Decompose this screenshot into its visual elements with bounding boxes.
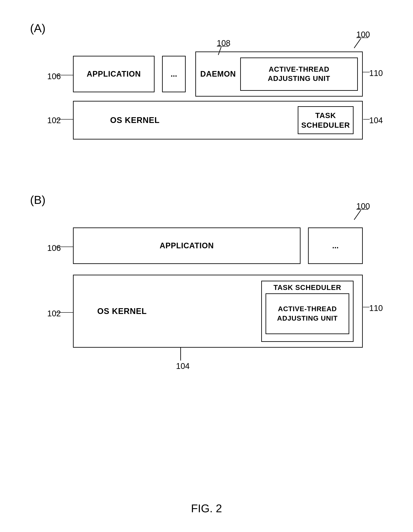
section-label-a: (A) bbox=[30, 21, 46, 35]
task-scheduler-label-b: TASK SCHEDULER bbox=[273, 284, 341, 292]
box-os-kernel-b: OS KERNEL TASK SCHEDULER ACTIVE-THREADAD… bbox=[73, 275, 363, 348]
ref-100-a-underline bbox=[356, 38, 368, 38]
daemon-label: DAEMON bbox=[200, 69, 236, 78]
application-label-b: APPLICATION bbox=[160, 241, 214, 250]
active-thread-label-b: ACTIVE-THREADADJUSTING UNIT bbox=[277, 304, 338, 323]
ref-102-line-b bbox=[56, 312, 73, 313]
box-os-kernel-a: OS KERNEL TASKSCHEDULER bbox=[73, 101, 363, 140]
ref-106-line-b bbox=[56, 247, 73, 247]
ref-110-line-b bbox=[363, 307, 369, 307]
os-kernel-label-a: OS KERNEL bbox=[80, 116, 291, 125]
box-application-b: APPLICATION bbox=[73, 228, 300, 264]
diagram-b: (B) 100 APPLICATION 106 ... OS KERNEL TA… bbox=[30, 193, 396, 382]
box-ellipsis-a: ... bbox=[162, 56, 186, 92]
section-label-b: (B) bbox=[30, 193, 46, 207]
box-application-a: APPLICATION bbox=[73, 56, 154, 92]
ref-110-b: 110 bbox=[369, 304, 383, 313]
ref-104-a: 104 bbox=[369, 116, 383, 125]
box-ellipsis-b: ... bbox=[308, 228, 363, 264]
box-active-thread-b: ACTIVE-THREADADJUSTING UNIT bbox=[266, 293, 349, 334]
diagram-a: (A) 100 108 APPLICATION 106 ... DAEMON bbox=[30, 21, 396, 146]
ref-110-a: 110 bbox=[369, 69, 383, 78]
ref-106-line bbox=[56, 75, 73, 75]
ellipsis-label-a: ... bbox=[171, 69, 177, 78]
task-scheduler-label-a: TASKSCHEDULER bbox=[301, 111, 350, 130]
box-task-scheduler-a: TASKSCHEDULER bbox=[298, 106, 354, 134]
ref-100-b-underline bbox=[356, 209, 368, 210]
ref-104-b: 104 bbox=[176, 361, 190, 371]
ellipsis-label-b: ... bbox=[332, 241, 338, 250]
os-kernel-label-b: OS KERNEL bbox=[80, 307, 255, 316]
page-container: (A) 100 108 APPLICATION 106 ... DAEMON bbox=[0, 0, 413, 532]
ref-100-a-arrow-line bbox=[354, 38, 361, 48]
ref-102-a: 102 bbox=[47, 116, 61, 125]
box-daemon-outer: DAEMON ACTIVE-THREADADJUSTING UNIT bbox=[195, 51, 363, 96]
ref-102-line-a bbox=[56, 119, 73, 120]
ref-106-b: 106 bbox=[47, 244, 61, 253]
box-task-scheduler-b-outer: TASK SCHEDULER ACTIVE-THREADADJUSTING UN… bbox=[261, 281, 354, 342]
ref-100-b-arrow bbox=[354, 210, 361, 220]
ref-110-line-a bbox=[363, 72, 370, 72]
active-thread-label-a: ACTIVE-THREADADJUSTING UNIT bbox=[268, 65, 330, 83]
ref-104-line-a bbox=[363, 119, 370, 120]
ref-106-a: 106 bbox=[47, 72, 61, 81]
box-active-thread-a: ACTIVE-THREADADJUSTING UNIT bbox=[240, 57, 358, 91]
ref-104-b-line bbox=[180, 348, 181, 361]
ref-108-underline bbox=[217, 46, 229, 47]
ref-102-b: 102 bbox=[47, 309, 61, 318]
figure-label: FIG. 2 bbox=[191, 502, 222, 515]
application-label-a: APPLICATION bbox=[87, 69, 141, 78]
